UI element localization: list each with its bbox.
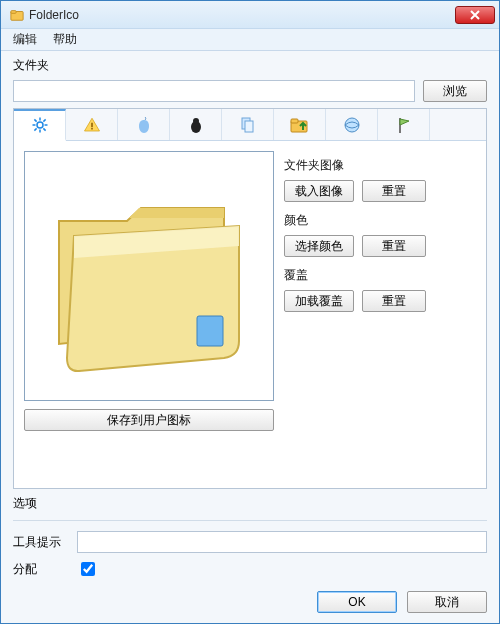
image-section-label: 文件夹图像 <box>284 157 476 174</box>
tab-ie[interactable] <box>326 109 378 140</box>
tooltip-label: 工具提示 <box>13 534 69 551</box>
load-image-button[interactable]: 载入图像 <box>284 180 354 202</box>
close-button[interactable] <box>455 6 495 24</box>
save-user-icon-button[interactable]: 保存到用户图标 <box>24 409 274 431</box>
svg-rect-21 <box>197 316 223 346</box>
reset-color-button[interactable]: 重置 <box>362 235 426 257</box>
menu-help[interactable]: 帮助 <box>45 29 85 50</box>
svg-point-19 <box>345 118 359 132</box>
folder-path-input[interactable] <box>13 80 415 102</box>
folder-up-icon <box>290 116 310 134</box>
controls-column: 文件夹图像 载入图像 重置 颜色 选择颜色 重置 覆盖 加载覆盖 重置 <box>284 151 476 478</box>
ok-button[interactable]: OK <box>317 591 397 613</box>
window-title: FolderIco <box>29 8 455 22</box>
folder-preview <box>24 151 274 401</box>
menu-edit[interactable]: 编辑 <box>5 29 45 50</box>
svg-point-14 <box>193 118 199 124</box>
tooltip-row: 工具提示 <box>13 531 487 553</box>
load-overlay-button[interactable]: 加载覆盖 <box>284 290 354 312</box>
dialog-buttons: OK 取消 <box>13 585 487 613</box>
overlay-section-label: 覆盖 <box>284 267 476 284</box>
tabs-panel: 保存到用户图标 文件夹图像 载入图像 重置 颜色 选择颜色 重置 覆盖 <box>13 108 487 489</box>
reset-image-button[interactable]: 重置 <box>362 180 426 202</box>
preview-column: 保存到用户图标 <box>24 151 274 478</box>
assign-label: 分配 <box>13 561 69 578</box>
window: FolderIco 编辑 帮助 文件夹 浏览 <box>0 0 500 624</box>
menubar: 编辑 帮助 <box>1 29 499 51</box>
svg-rect-12 <box>91 128 93 130</box>
svg-line-7 <box>34 119 36 121</box>
assign-checkbox[interactable] <box>81 562 95 576</box>
svg-rect-11 <box>91 122 93 127</box>
tab-up[interactable] <box>274 109 326 140</box>
tab-body: 保存到用户图标 文件夹图像 载入图像 重置 颜色 选择颜色 重置 覆盖 <box>14 141 486 488</box>
docs-icon <box>239 116 257 134</box>
color-section-label: 颜色 <box>284 212 476 229</box>
warning-icon <box>83 116 101 134</box>
tooltip-input[interactable] <box>77 531 487 553</box>
svg-rect-16 <box>245 121 253 132</box>
tab-blob[interactable] <box>170 109 222 140</box>
browse-button[interactable]: 浏览 <box>423 80 487 102</box>
app-icon <box>9 7 25 23</box>
choose-color-button[interactable]: 选择颜色 <box>284 235 354 257</box>
tab-apple[interactable] <box>118 109 170 140</box>
cancel-button[interactable]: 取消 <box>407 591 487 613</box>
tab-gear[interactable] <box>14 109 66 141</box>
svg-line-8 <box>43 128 45 130</box>
folder-large-icon <box>39 166 259 386</box>
gear-icon <box>31 116 49 134</box>
tab-strip <box>14 109 486 141</box>
folder-row: 浏览 <box>13 80 487 102</box>
svg-line-10 <box>34 128 36 130</box>
tab-warning[interactable] <box>66 109 118 140</box>
tab-docs[interactable] <box>222 109 274 140</box>
assign-row: 分配 <box>13 559 487 579</box>
separator <box>13 520 487 521</box>
apple-icon <box>136 116 152 134</box>
flag-icon <box>397 116 411 134</box>
svg-rect-1 <box>11 10 16 13</box>
content: 文件夹 浏览 <box>1 51 499 623</box>
svg-line-9 <box>43 119 45 121</box>
titlebar: FolderIco <box>1 1 499 29</box>
reset-overlay-button[interactable]: 重置 <box>362 290 426 312</box>
blob-icon <box>188 116 204 134</box>
options-header: 选项 <box>13 495 487 512</box>
globe-icon <box>343 116 361 134</box>
tab-flag[interactable] <box>378 109 430 140</box>
svg-point-2 <box>37 122 43 128</box>
folder-label: 文件夹 <box>13 57 487 74</box>
svg-rect-18 <box>291 119 298 123</box>
